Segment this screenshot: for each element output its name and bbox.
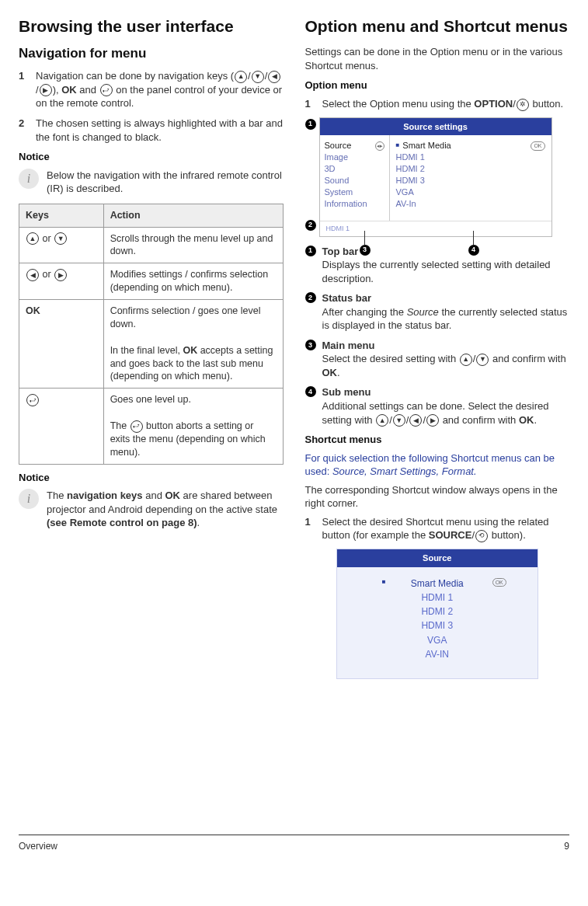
keys-action-table: Keys Action ▲ or ▼ Scrolls through the m… (19, 204, 284, 465)
settings-sub-menu: Smart MediaOK HDMI 1 HDMI 2 HDMI 3 VGA A… (390, 135, 551, 221)
notice-title: Notice (19, 471, 284, 485)
shortcut-item: HDMI 1 (337, 591, 538, 605)
step-text: Select the desired Shortcut menu using t… (322, 515, 570, 542)
main-item-selected: Source◂▸ (325, 140, 384, 152)
up-icon: ▲ (235, 71, 247, 83)
callout-num: 1 (305, 246, 316, 256)
cell-action: Confirms selection / goes one level down… (103, 300, 283, 389)
sub-item: AV-In (396, 198, 545, 210)
ok-icon: OK (531, 141, 545, 150)
callout-list: 1 Top bar Displays the currently selecte… (305, 245, 570, 427)
left-column: Browsing the user interface Navigation f… (19, 16, 284, 679)
source-icon: ⟲ (475, 530, 488, 542)
down-icon: ▼ (393, 414, 405, 427)
callout-text: Select the desired setting with ▲/▼ and … (322, 353, 566, 378)
shortcut-figure: Source Smart MediaOK HDMI 1 HDMI 2 HDMI … (336, 549, 538, 679)
back-icon: ⮐ (130, 420, 143, 433)
left-icon: ◀ (268, 71, 280, 83)
up-icon: ▲ (26, 232, 39, 245)
notice-text: The navigation keys and OK are shared be… (47, 489, 284, 530)
ok-icon: OK (492, 578, 506, 587)
main-item: Information (325, 198, 384, 210)
notice-1: Notice i Below the navigation with the i… (19, 150, 284, 196)
down-icon: ▼ (476, 354, 489, 366)
heading-shortcut-menus: Shortcut menus (305, 433, 570, 447)
lr-icon: ◂▸ (375, 141, 384, 151)
down-icon: ▼ (252, 71, 264, 83)
callout-badge-2: 2 (305, 220, 316, 231)
sub-item-selected: Smart Media (396, 140, 451, 152)
back-icon: ⮐ (100, 84, 113, 96)
right-icon: ▶ (40, 84, 52, 96)
callout-text: After changing the Source the currently … (322, 306, 568, 332)
step-text: The chosen setting is always highlighted… (36, 117, 284, 144)
callout-num: 3 (305, 340, 316, 350)
option-icon: ✲ (517, 99, 529, 111)
sub-item: HDMI 3 (396, 175, 545, 186)
shortcut-item: HDMI 2 (337, 605, 538, 619)
sub-item: HDMI 1 (396, 152, 545, 163)
footer-section: Overview (19, 840, 57, 852)
step-number: 1 (305, 97, 315, 111)
option-steps: 1 Select the Option menu using the OPTIO… (305, 97, 570, 111)
shortcut-steps: 1 Select the desired Shortcut menu using… (305, 515, 570, 542)
callout-badge-1: 1 (305, 119, 316, 130)
main-item: Sound (325, 175, 384, 186)
step-number: 1 (305, 515, 315, 542)
left-icon: ◀ (409, 414, 422, 427)
footer-page: 9 (564, 840, 569, 852)
callout-badge-3: 3 (360, 245, 371, 256)
col-keys: Keys (19, 204, 104, 227)
table-row: ⮐ Goes one level up. The ⮐ button aborts… (19, 389, 284, 464)
step-number: 1 (19, 69, 28, 110)
info-icon: i (19, 489, 39, 509)
notice-title: Notice (19, 150, 284, 164)
main-item: System (325, 186, 384, 198)
shortcut-title: Source (337, 549, 538, 567)
settings-status-bar: HDMI 1 (320, 221, 551, 235)
shortcut-item: AV-IN (337, 647, 538, 661)
cell-keys: OK (19, 300, 104, 389)
back-icon: ⮐ (26, 394, 39, 406)
callout-title: Top bar (322, 246, 359, 257)
callout-num: 4 (305, 386, 316, 397)
shortcut-item-selected: Smart MediaOK (337, 577, 538, 591)
callout-title: Status bar (322, 292, 372, 304)
sub-item: VGA (396, 186, 545, 198)
cell-keys: ▲ or ▼ (19, 227, 104, 263)
right-column: Option menu and Shortcut menus Settings … (305, 16, 570, 679)
source-settings-figure: 1 2 3 4 Source settings Source◂▸ Image 3… (305, 117, 570, 237)
step-number: 2 (19, 117, 28, 144)
up-icon: ▲ (460, 354, 472, 366)
shortcut-para: The corresponding Shortcut window always… (305, 483, 570, 510)
down-icon: ▼ (54, 232, 67, 245)
cell-keys: ◀ or ▶ (19, 263, 104, 300)
notice-2: Notice i The navigation keys and OK are … (19, 471, 284, 530)
table-row: ◀ or ▶ Modifies settings / confirms sele… (19, 263, 284, 300)
right-icon: ▶ (426, 414, 439, 427)
cell-action: Scrolls through the menu level up and do… (103, 227, 283, 263)
sub-item: HDMI 2 (396, 163, 545, 175)
cell-action: Goes one level up. The ⮐ button aborts a… (103, 389, 283, 464)
heading-option-menu: Option menu (305, 78, 570, 92)
callout-num: 2 (305, 292, 316, 303)
col-action: Action (103, 204, 283, 227)
left-icon: ◀ (26, 269, 39, 281)
page-title-left: Browsing the user interface (19, 16, 284, 37)
page-footer: Overview 9 (19, 835, 569, 852)
callout-text: Additional settings can be done. Select … (322, 400, 549, 426)
table-row: ▲ or ▼ Scrolls through the menu level up… (19, 227, 284, 263)
settings-main-menu: Source◂▸ Image 3D Sound System Informati… (320, 135, 390, 221)
nav-steps: 1 Navigation can be done by navigation k… (19, 69, 284, 144)
main-item: 3D (325, 163, 384, 175)
callout-title: Main menu (322, 340, 375, 351)
heading-navigation: Navigation for menu (19, 45, 284, 63)
page-title-right: Option menu and Shortcut menus (305, 16, 570, 37)
shortcut-intro: For quick selection the following Shortc… (305, 451, 570, 479)
notice-text: Below the navigation with the infrared r… (47, 169, 284, 196)
up-icon: ▲ (376, 414, 388, 427)
settings-title: Source settings (320, 118, 551, 136)
cell-action: Modifies settings / confirms selection (… (103, 263, 283, 300)
intro-text: Settings can be done in the Option menu … (305, 45, 570, 72)
table-row: OK Confirms selection / goes one level d… (19, 300, 284, 389)
